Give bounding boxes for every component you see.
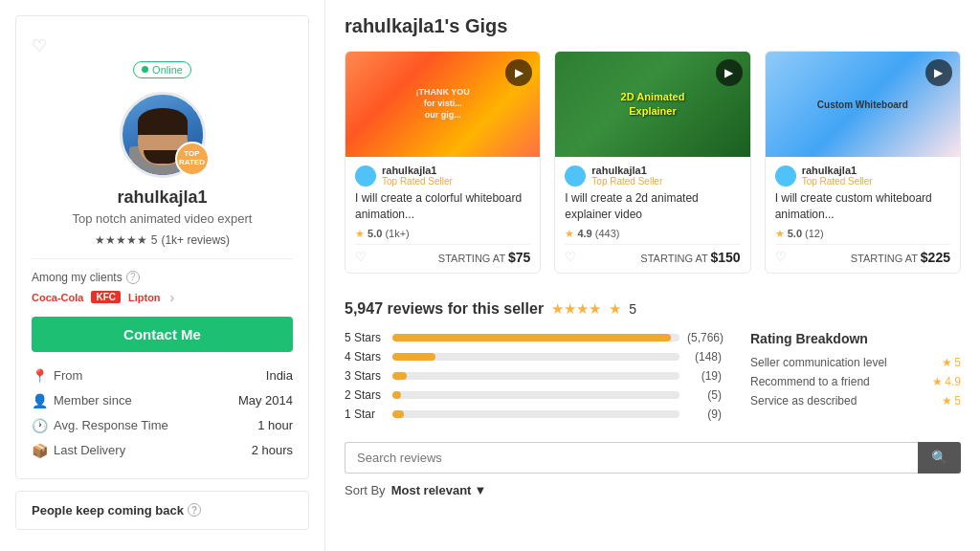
rb-row-service: Service as described ★5 <box>750 394 961 408</box>
gigs-section-title: rahulkajla1's Gigs <box>345 15 961 37</box>
gig-seller-avatar-1 <box>355 165 376 187</box>
sort-value[interactable]: Most relevant ▼ <box>391 483 487 497</box>
search-reviews-button[interactable]: 🔍 <box>918 442 961 474</box>
seller-tagline: Top notch animated video expert <box>32 211 293 226</box>
rating-count: (1k+ reviews) <box>161 233 230 247</box>
response-value: 1 hour <box>257 418 293 432</box>
gig-seller-badge-1: Top Rated Seller <box>382 176 453 187</box>
search-reviews-input[interactable] <box>345 442 918 474</box>
info-row-response: 🕐 Avg. Response Time 1 hour <box>32 413 293 438</box>
favorite-icon[interactable]: ♡ <box>32 35 293 56</box>
contact-button[interactable]: Contact Me <box>32 317 293 352</box>
gig-seller-badge-2: Top Rated Seller <box>591 176 662 187</box>
gig-seller-name-1[interactable]: rahulkajla1 <box>382 165 453 176</box>
info-row-from: 📍 From India <box>32 364 293 388</box>
online-text: Online <box>152 64 183 76</box>
bar-track-3 <box>392 372 679 380</box>
seller-rating: ★★★★★ 5 (1k+ reviews) <box>32 231 293 247</box>
gig-price-3: STARTING AT $225 <box>851 250 950 265</box>
gigs-row: ¡THANK YOUfor visti...our gig... ▶ rahul… <box>345 51 961 274</box>
gig-card-2[interactable]: 2D AnimatedExplainer ▶ rahulkajla1 Top R… <box>554 51 750 274</box>
gig-footer-1: ♡ STARTING AT $75 <box>355 244 530 265</box>
gig-footer-2: ♡ STARTING AT $150 <box>565 244 740 265</box>
delivery-icon: 📦 <box>32 443 48 458</box>
sort-chevron-icon: ▼ <box>474 483 486 497</box>
seller-username[interactable]: rahulkajla1 <box>32 187 293 208</box>
gig-title-2[interactable]: I will create a 2d animated explainer vi… <box>565 190 740 223</box>
gig-heart-2[interactable]: ♡ <box>565 250 576 264</box>
clients-logos: Coca-Cola KFC Lipton › <box>32 290 293 305</box>
gig-footer-3: ♡ STARTING AT $225 <box>775 244 950 265</box>
star-bar-3: 3 Stars (19) <box>345 369 722 383</box>
bar-track-2 <box>392 391 679 399</box>
gig-heart-3[interactable]: ♡ <box>775 250 787 264</box>
gig-price-1: STARTING AT $75 <box>438 250 531 265</box>
gig-seller-avatar-3 <box>775 165 796 187</box>
avatar-wrapper: TOP RATED <box>120 92 206 178</box>
gig-seller-row-1: rahulkajla1 Top Rated Seller <box>355 165 530 187</box>
info-rows: 📍 From India 👤 Member since May 2014 🕐 A… <box>32 364 293 463</box>
online-status: Online <box>133 61 191 78</box>
member-value: May 2014 <box>238 393 293 408</box>
kfc-logo: KFC <box>91 291 121 303</box>
clients-scroll-right[interactable]: › <box>170 290 175 305</box>
rating-breakdown-title: Rating Breakdown <box>750 331 961 346</box>
people-info-icon[interactable]: ? <box>188 503 201 517</box>
sidebar: ♡ Online TOP RATED <box>0 0 325 551</box>
rating-breakdown: Rating Breakdown Seller communication le… <box>750 331 961 427</box>
gig-price-2: STARTING AT $150 <box>640 250 740 265</box>
gig-rating-2: ★ 4.9 (443) <box>565 228 740 240</box>
bar-fill-4 <box>392 353 435 361</box>
main-content: rahulkajla1's Gigs ¡THANK YOUfor visti..… <box>325 0 980 551</box>
gig-heart-1[interactable]: ♡ <box>355 250 367 264</box>
gig-rating-1: ★ 5.0 (1k+) <box>355 228 530 240</box>
reviews-section: 5,947 reviews for this seller ★★★★ ★ 5 5… <box>345 297 961 497</box>
play-button-2[interactable]: ▶ <box>716 59 743 86</box>
rb-row-recommend: Recommend to a friend ★4.9 <box>750 375 961 388</box>
gig-card-3[interactable]: Custom Whiteboard ▶ rahulkajla1 Top Rate… <box>765 51 961 274</box>
reviews-half-star: ★ <box>609 300 621 318</box>
gig-seller-row-2: rahulkajla1 Top Rated Seller <box>565 165 740 187</box>
gig-thumb-1: ¡THANK YOUfor visti...our gig... ▶ <box>345 52 540 157</box>
rating-score: 5 <box>151 233 158 247</box>
reviews-header: 5,947 reviews for this seller ★★★★ ★ 5 <box>345 300 961 318</box>
gig-seller-badge-3: Top Rated Seller <box>802 176 873 187</box>
info-row-member: 👤 Member since May 2014 <box>32 388 293 413</box>
search-bar-row: 🔍 <box>345 442 961 474</box>
top-rated-badge: TOP RATED <box>175 142 210 176</box>
coca-cola-logo: Coca-Cola <box>32 292 83 303</box>
bar-fill-1 <box>392 410 404 418</box>
clients-info-icon[interactable]: ? <box>126 271 140 284</box>
star-bar-5: 5 Stars (5,766) <box>345 331 722 344</box>
location-icon: 📍 <box>32 368 48 384</box>
gig-seller-name-2[interactable]: rahulkajla1 <box>591 165 662 176</box>
seller-card: ♡ Online TOP RATED <box>15 15 309 479</box>
gig-thumb-3: Custom Whiteboard ▶ <box>766 52 960 157</box>
star-bars: 5 Stars (5,766) 4 Stars (148) 3 Stars <box>345 331 722 427</box>
clock-icon: 🕐 <box>32 418 48 433</box>
play-button-3[interactable]: ▶ <box>925 59 952 86</box>
lipton-logo: Lipton <box>128 292 161 303</box>
gig-title-1[interactable]: I will create a colorful whiteboard anim… <box>355 190 530 223</box>
gig-title-3[interactable]: I will create custom whiteboard animatio… <box>775 190 950 223</box>
bar-fill-5 <box>392 334 671 342</box>
gig-card-1[interactable]: ¡THANK YOUfor visti...our gig... ▶ rahul… <box>345 51 541 274</box>
reviews-score: 5 <box>629 301 636 317</box>
gig-seller-name-3[interactable]: rahulkajla1 <box>802 165 873 176</box>
gig-seller-avatar-2 <box>565 165 586 187</box>
delivery-value: 2 hours <box>252 443 293 457</box>
reviews-body: 5 Stars (5,766) 4 Stars (148) 3 Stars <box>345 331 961 427</box>
rb-row-communication: Seller communication level ★5 <box>750 356 961 369</box>
clients-label: Among my clients ? <box>32 271 293 284</box>
star-bar-2: 2 Stars (5) <box>345 388 722 402</box>
bar-fill-2 <box>392 391 401 399</box>
bar-track-5 <box>392 334 679 342</box>
people-title: People keep coming back ? <box>32 503 293 518</box>
info-row-delivery: 📦 Last Delivery 2 hours <box>32 438 293 463</box>
member-icon: 👤 <box>32 393 48 408</box>
gig-body-1: rahulkajla1 Top Rated Seller I will crea… <box>345 157 540 273</box>
sort-label: Sort By <box>345 483 386 497</box>
star-bar-4: 4 Stars (148) <box>345 350 722 364</box>
from-value: India <box>266 368 293 383</box>
bar-fill-3 <box>392 372 407 380</box>
